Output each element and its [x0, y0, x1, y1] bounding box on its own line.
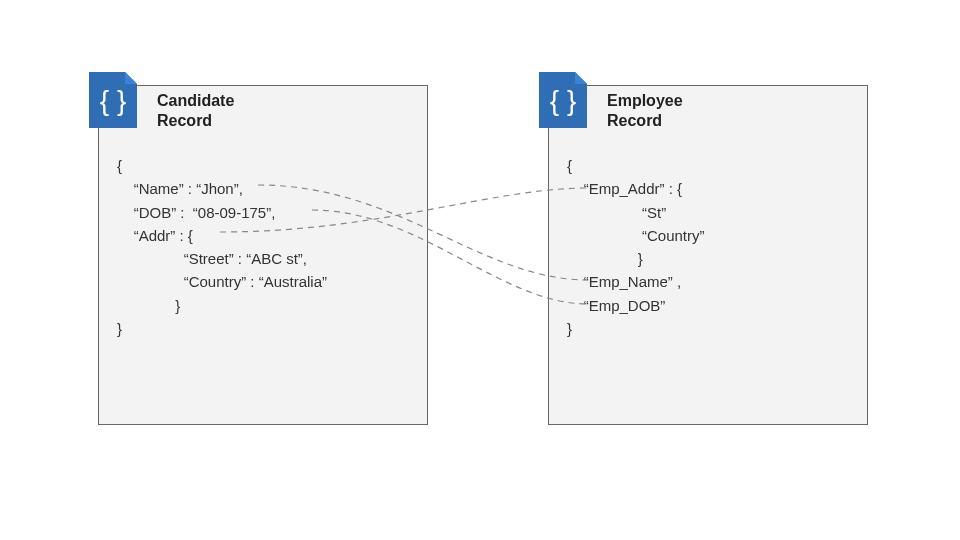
svg-text:{ }: { }	[550, 85, 576, 116]
svg-text:{ }: { }	[100, 85, 126, 116]
employee-record-title: Employee Record	[607, 91, 683, 131]
candidate-record-panel: { } Candidate Record { “Name” : “Jhon”, …	[98, 85, 428, 425]
json-file-icon: { }	[85, 72, 141, 128]
json-file-icon: { }	[535, 72, 591, 128]
employee-record-panel: { } Employee Record { “Emp_Addr” : { “St…	[548, 85, 868, 425]
candidate-record-title: Candidate Record	[157, 91, 234, 131]
employee-record-json: { “Emp_Addr” : { “St” “Country” } “Emp_N…	[567, 154, 705, 340]
candidate-record-json: { “Name” : “Jhon”, “DOB” : “08-09-175”, …	[117, 154, 327, 340]
